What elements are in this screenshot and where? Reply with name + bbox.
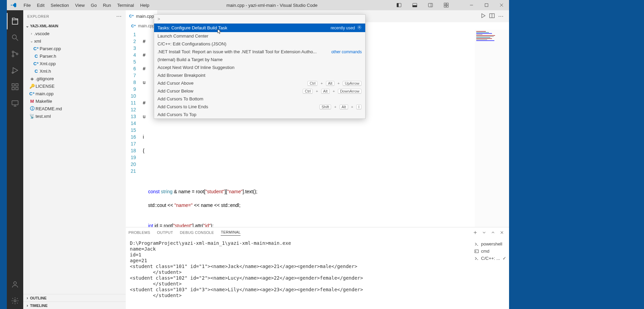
gear-icon[interactable] [357,25,362,31]
toggle-panel-icon[interactable] [407,0,422,10]
activity-extensions-icon[interactable] [7,79,23,95]
activity-remote-icon[interactable] [7,95,23,111]
run-icon[interactable] [480,13,486,20]
cpp-file-icon: C⁺ [131,24,136,28]
keyboard-shortcut-key: Alt [340,104,348,109]
customize-layout-icon[interactable] [439,0,454,10]
toggle-primary-sidebar-icon[interactable] [392,0,407,10]
palette-item[interactable]: C/C++: Edit Configurations (JSON) [154,40,365,48]
svg-point-36 [359,27,360,28]
line-numbers: 123456789101112131415161718192021 [126,30,143,227]
palette-item[interactable]: Tasks: Configure Default Build Taskrecen… [154,24,365,32]
palette-item[interactable]: .NET Install Tool: Report an issue with … [154,48,365,56]
file-parser-cpp[interactable]: C⁺Parser.cpp [23,45,126,52]
menu-help[interactable]: Help [137,0,152,10]
menu-view[interactable]: View [72,0,88,10]
file-label: Xml.h [40,69,51,74]
svg-line-15 [16,39,18,41]
file-gitignore[interactable]: ◈.gitignore [23,75,126,82]
window-minimize-icon[interactable] [464,0,479,10]
activity-bar [7,10,23,309]
close-panel-icon[interactable] [499,230,504,236]
file-test-xml[interactable]: 📡test.xml [23,112,126,120]
file-makefile[interactable]: MMakefile [23,97,126,105]
activity-run-debug-icon[interactable] [7,62,23,79]
file-license[interactable]: 🔑LICENSE [23,82,126,90]
palette-item[interactable]: Add Cursors To Top [154,111,365,118]
palette-item[interactable]: Add Browser Breakpoint [154,71,365,79]
palette-item-label: Accept Next Word Of Inline Suggestion [157,65,234,70]
activity-accounts-icon[interactable] [7,276,23,293]
palette-item[interactable]: Launch Command Center [154,32,365,40]
keyboard-shortcut-key: UpArrow [343,81,361,86]
title-bar: File Edit Selection View Go Run Terminal… [7,0,509,10]
panel-tab-debug-console[interactable]: DEBUG CONSOLE [180,230,214,236]
layout-controls [392,0,454,10]
svg-rect-20 [12,84,14,86]
timeline-label: TIMELINE [30,304,47,308]
panel-tab-output[interactable]: OUTPUT [157,230,173,236]
terminal-c-cpp[interactable]: C/C++: ...✓ [473,255,508,262]
window-close-icon[interactable] [494,0,509,10]
keyboard-shortcut-key: Shift [319,104,331,109]
activity-settings-icon[interactable] [7,293,23,309]
svg-point-14 [12,35,16,39]
window-maximize-icon[interactable] [479,0,494,10]
terminal-powershell[interactable]: powershell [473,240,508,248]
palette-item[interactable]: Add Cursors to Line EndsShift+Alt+I [154,103,365,111]
c-file-icon: C [33,69,40,74]
command-palette[interactable]: > Tasks: Configure Default Build Taskrec… [154,14,366,119]
maximize-panel-icon[interactable] [491,230,495,236]
file-label: .gitignore [36,76,54,81]
folder-xml[interactable]: ⌄ xml [23,37,126,45]
svg-rect-22 [12,87,14,90]
makefile-icon: M [29,99,36,104]
file-parser-h[interactable]: CParser.h [23,52,126,60]
file-xml-h[interactable]: CXml.h [23,67,126,75]
editor-actions: ⋯ [480,13,509,20]
palette-item-label: Add Cursors To Top [157,112,196,117]
terminal-dropdown-icon[interactable] [482,230,487,236]
tab-main-cpp[interactable]: C⁺ main.cpp [126,10,158,22]
menu-selection[interactable]: Selection [47,0,72,10]
toggle-secondary-sidebar-icon[interactable] [423,0,438,10]
cpp-file-icon: C⁺ [129,14,134,18]
menu-terminal[interactable]: Terminal [114,0,137,10]
check-icon: ✓ [503,256,506,261]
palette-item-right: recently used [331,25,362,31]
svg-point-28 [14,300,16,302]
split-editor-icon[interactable] [489,13,495,20]
terminal-cmd[interactable]: cmd [473,248,508,255]
explorer-more-icon[interactable]: ⋯ [116,13,122,19]
more-actions-icon[interactable]: ⋯ [498,13,504,20]
minimap[interactable] [475,30,509,227]
new-terminal-icon[interactable] [473,230,478,236]
palette-item[interactable]: Accept Next Word Of Inline Suggestion [154,64,365,71]
file-main-cpp[interactable]: C⁺main.cpp [23,90,126,97]
project-root[interactable]: ⌄ YAZI-XML-MAIN [23,22,126,30]
palette-item[interactable]: Add Cursor BelowCtrl+Alt+DownArrow [154,87,365,95]
palette-item[interactable]: Add Cursor AboveCtrl+Alt+UpArrow [154,79,365,87]
menu-go[interactable]: Go [88,0,100,10]
panel-tab-problems[interactable]: PROBLEMS [128,230,150,236]
chevron-right-icon: › [25,296,30,300]
tab-label: main.cpp [136,14,154,19]
palette-input[interactable]: > [154,15,365,24]
file-readme[interactable]: ⓘREADME.md [23,105,126,112]
outline-section[interactable]: ›OUTLINE [23,294,126,301]
menu-edit[interactable]: Edit [34,0,47,10]
timeline-section[interactable]: ›TIMELINE [23,301,126,309]
folder-vscode[interactable]: › .vscode [23,30,126,37]
file-xml-cpp[interactable]: C⁺Xml.cpp [23,60,126,67]
menu-run[interactable]: Run [100,0,114,10]
menu-file[interactable]: File [20,0,34,10]
palette-item[interactable]: (Internal) Build a Target by Name [154,56,365,64]
panel-tab-terminal[interactable]: TERMINAL [221,230,241,236]
activity-source-control-icon[interactable] [7,46,23,62]
activity-search-icon[interactable] [7,29,23,46]
activity-explorer-icon[interactable] [7,13,23,29]
palette-item[interactable]: Add Cursors To Bottom [154,95,365,103]
cpp-file-icon: C⁺ [33,46,40,51]
cpp-file-icon: C⁺ [33,61,40,66]
terminal-output[interactable]: D:\ProgramProject\yazi-xml-main_1\yazi-x… [126,238,471,309]
